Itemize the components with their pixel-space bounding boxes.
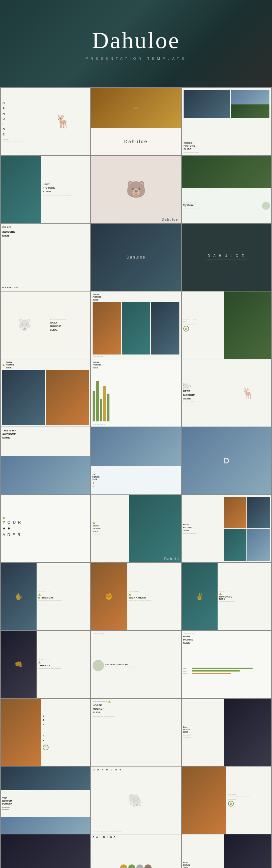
three-pic-2: THREEPICTURESLIDE: [92, 293, 179, 301]
slide-32[interactable]: D A H U L O E 🐘 Lorem ipsum dolor sit am…: [91, 767, 181, 834]
slide-13[interactable]: THREEPICTURESLIDE: [1, 359, 90, 427]
slide-29[interactable]: this is Something you call HORSEMOCKUPSL…: [91, 699, 181, 766]
slide-5[interactable]: 🐻 Dahuloe: [91, 156, 181, 223]
deer-icon: 🦌: [55, 114, 71, 129]
your-header-title: Y O U RH EA D E R: [3, 520, 88, 538]
slide-2[interactable]: photo Dahuloe: [91, 88, 181, 155]
slide-3[interactable]: THREEPICTURESLIDE Lorem ipsum dolor sit …: [182, 88, 271, 155]
slide-15[interactable]: this isSomethingyou say DEERMOCKUPSLIDE …: [182, 359, 271, 427]
dahuloe-title: D A H U L O E: [92, 768, 179, 771]
dahuloe-spaced: D A H U L O E: [208, 254, 245, 257]
slides-grid: DAHULOE Project list Lorem ipsum dolor s…: [0, 87, 272, 868]
wolf-title: WOLFMOCKUPSLIDE: [50, 321, 89, 332]
right-pic-3-title: RIGHTPICTURESLIDE: [183, 635, 270, 644]
opportunity-title: OPPORTUNITY: [219, 596, 270, 600]
slide-31[interactable]: TOPBOTTOMPICTURE COMPANYREPORT: [1, 767, 90, 834]
slide-24[interactable]: ✌ YOUR TITLE OPPORTUNITY Lorem ipsum dol…: [182, 563, 271, 630]
name-title: THIS IS MYAWESOMENAME: [2, 429, 89, 440]
hero-subtitle: PRESENTATION TEMPLATE: [85, 57, 187, 60]
slide-11[interactable]: THREEPICTURESLIDE Lorem ipsum dolor: [91, 291, 181, 359]
horse-title: HORSEMOCKUPSLIDE: [92, 704, 179, 714]
slide-19[interactable]: Y O U RH EA D E R Lorem ipsum dolor sit …: [1, 495, 90, 562]
slide-26[interactable]: YOUR TITLE HERE CIRCLE PICTURE SLIDE Lor…: [91, 631, 181, 698]
slide-18[interactable]: D: [182, 427, 271, 494]
threat-title: THREAT: [38, 664, 89, 667]
slide-33[interactable]: YOUR HEADER Lorem ipsum dolor sit amet c…: [182, 767, 271, 834]
circle-slide-title: CIRCLE PICTURE SLIDE: [105, 663, 179, 665]
slide-23[interactable]: ✊ YOUR TITLE WEAKNESS Lorem ipsum dolor …: [91, 563, 181, 630]
weakness-title: WEAKNESS: [129, 596, 179, 599]
hero-section: Dahuloe PRESENTATION TEMPLATE: [0, 0, 272, 87]
hero-title: Dahuloe: [92, 27, 180, 54]
slide-9[interactable]: D A H U L O E Lorem ipsum dolor sit amet…: [182, 224, 271, 291]
slide-14[interactable]: THREEPICTURESLIDE Lorem ipsum dolor sit: [91, 359, 181, 427]
slide-7[interactable]: we areawesometeam DAHULOE: [1, 224, 90, 291]
slide-30[interactable]: RightPICTURESLIDE Lorem ipsum Your Heade…: [182, 699, 271, 766]
slide-25[interactable]: 👊 YOUR TITLE THREAT Lorem ipsum dolor si…: [1, 631, 90, 698]
fly-there-title: Fly there: [183, 204, 261, 207]
slide-35[interactable]: D A H U L O E Lorem ipsum dolor sit amet: [91, 834, 181, 868]
left-picture-title: LEFTPICTURESLIDE: [43, 183, 89, 193]
slide-22[interactable]: 🖐 YOUR TITLE STRENGHT Lorem ipsum dolor …: [1, 563, 90, 630]
slide-1[interactable]: DAHULOE Project list Lorem ipsum dolor s…: [1, 88, 90, 155]
team-title: we areawesometeam: [2, 225, 89, 239]
slide-34[interactable]: [1, 834, 90, 868]
slide-36[interactable]: RIGHTPICTURESLIDE Lorem ipsum: [182, 834, 271, 868]
bear-icon: 🐻: [126, 180, 146, 199]
strength-title: STRENGHT: [38, 596, 89, 599]
slide-4[interactable]: LEFTPICTURESLIDE Lorem ipsum dolor sit a…: [1, 156, 90, 223]
three-picture-title: THREEPICTURESLIDE: [184, 142, 269, 151]
slide-2-title: Dahuloe: [124, 139, 148, 144]
slide-28[interactable]: DAHULOE D: [1, 699, 90, 766]
slide-17[interactable]: 85% TWOPICTURESLIDE + 85%: [91, 427, 181, 494]
slide-8[interactable]: Dahuloe: [91, 224, 181, 291]
slide-10[interactable]: 🐺 MOCKUP PICTURE SLIDE WOLFMOCKUPSLIDE: [1, 291, 90, 359]
wolf-icon: 🐺: [18, 318, 32, 332]
d-letter: D: [224, 456, 229, 465]
dahuloe-vert: DAHULOE: [3, 100, 37, 137]
slide-27[interactable]: YOUR TITLE HERE RIGHTPICTURESLIDE Label …: [182, 631, 271, 698]
deer-icon-2: 🦌: [242, 387, 254, 399]
slide-21[interactable]: FOURPICTURESLIDE Lorem ipsum dolor sit: [182, 495, 271, 562]
deer-mockup-title: DEERMOCKUPSLIDE: [183, 390, 227, 400]
slide-6[interactable]: YOUR TITLE Fly there Lorem ipsum dolor s…: [182, 156, 271, 223]
top-bottom-title: TOPBOTTOMPICTURE: [2, 797, 89, 806]
slide-20[interactable]: RIGHTPICTURESLIDE Lorem ipsum Dahulo: [91, 495, 181, 562]
slide-12[interactable]: YOUR TITLE HERE Lorem ipsum dolor sit am…: [182, 291, 271, 359]
slide-16[interactable]: THIS IS MYAWESOMENAME: [1, 427, 90, 494]
